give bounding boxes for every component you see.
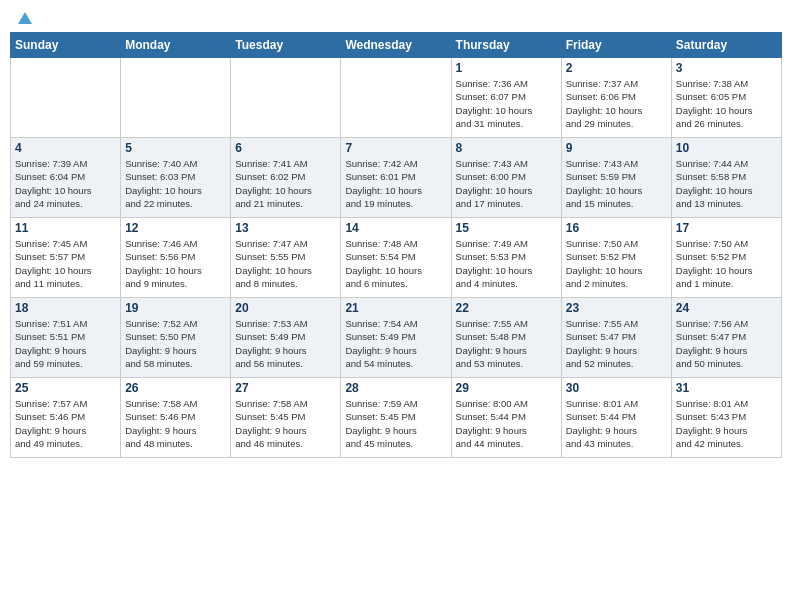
cell-info: Sunrise: 7:51 AM Sunset: 5:51 PM Dayligh… (15, 317, 116, 370)
cell-info: Sunrise: 8:01 AM Sunset: 5:43 PM Dayligh… (676, 397, 777, 450)
calendar-cell (11, 58, 121, 138)
day-number: 25 (15, 381, 116, 395)
cell-info: Sunrise: 7:43 AM Sunset: 6:00 PM Dayligh… (456, 157, 557, 210)
cell-info: Sunrise: 7:59 AM Sunset: 5:45 PM Dayligh… (345, 397, 446, 450)
day-header-friday: Friday (561, 33, 671, 58)
cell-info: Sunrise: 7:49 AM Sunset: 5:53 PM Dayligh… (456, 237, 557, 290)
calendar-cell (341, 58, 451, 138)
day-number: 17 (676, 221, 777, 235)
day-number: 24 (676, 301, 777, 315)
day-number: 26 (125, 381, 226, 395)
calendar-cell (231, 58, 341, 138)
calendar-cell: 11Sunrise: 7:45 AM Sunset: 5:57 PM Dayli… (11, 218, 121, 298)
header-row: SundayMondayTuesdayWednesdayThursdayFrid… (11, 33, 782, 58)
cell-info: Sunrise: 8:01 AM Sunset: 5:44 PM Dayligh… (566, 397, 667, 450)
calendar-cell: 29Sunrise: 8:00 AM Sunset: 5:44 PM Dayli… (451, 378, 561, 458)
day-number: 12 (125, 221, 226, 235)
day-header-monday: Monday (121, 33, 231, 58)
day-number: 8 (456, 141, 557, 155)
week-row-2: 4Sunrise: 7:39 AM Sunset: 6:04 PM Daylig… (11, 138, 782, 218)
cell-info: Sunrise: 7:53 AM Sunset: 5:49 PM Dayligh… (235, 317, 336, 370)
calendar-cell: 7Sunrise: 7:42 AM Sunset: 6:01 PM Daylig… (341, 138, 451, 218)
week-row-1: 1Sunrise: 7:36 AM Sunset: 6:07 PM Daylig… (11, 58, 782, 138)
day-number: 13 (235, 221, 336, 235)
cell-info: Sunrise: 7:43 AM Sunset: 5:59 PM Dayligh… (566, 157, 667, 210)
calendar-cell: 20Sunrise: 7:53 AM Sunset: 5:49 PM Dayli… (231, 298, 341, 378)
calendar-cell: 14Sunrise: 7:48 AM Sunset: 5:54 PM Dayli… (341, 218, 451, 298)
day-number: 3 (676, 61, 777, 75)
cell-info: Sunrise: 7:56 AM Sunset: 5:47 PM Dayligh… (676, 317, 777, 370)
day-number: 2 (566, 61, 667, 75)
calendar-cell: 24Sunrise: 7:56 AM Sunset: 5:47 PM Dayli… (671, 298, 781, 378)
day-number: 7 (345, 141, 446, 155)
calendar-cell: 27Sunrise: 7:58 AM Sunset: 5:45 PM Dayli… (231, 378, 341, 458)
day-number: 29 (456, 381, 557, 395)
logo (14, 10, 34, 24)
cell-info: Sunrise: 7:50 AM Sunset: 5:52 PM Dayligh… (566, 237, 667, 290)
svg-marker-0 (18, 12, 32, 24)
day-header-tuesday: Tuesday (231, 33, 341, 58)
cell-info: Sunrise: 7:37 AM Sunset: 6:06 PM Dayligh… (566, 77, 667, 130)
calendar-cell: 6Sunrise: 7:41 AM Sunset: 6:02 PM Daylig… (231, 138, 341, 218)
day-number: 21 (345, 301, 446, 315)
day-number: 28 (345, 381, 446, 395)
calendar-cell: 15Sunrise: 7:49 AM Sunset: 5:53 PM Dayli… (451, 218, 561, 298)
day-number: 30 (566, 381, 667, 395)
calendar-cell: 1Sunrise: 7:36 AM Sunset: 6:07 PM Daylig… (451, 58, 561, 138)
day-number: 6 (235, 141, 336, 155)
calendar-cell: 22Sunrise: 7:55 AM Sunset: 5:48 PM Dayli… (451, 298, 561, 378)
day-number: 23 (566, 301, 667, 315)
calendar-cell: 19Sunrise: 7:52 AM Sunset: 5:50 PM Dayli… (121, 298, 231, 378)
day-header-thursday: Thursday (451, 33, 561, 58)
cell-info: Sunrise: 7:46 AM Sunset: 5:56 PM Dayligh… (125, 237, 226, 290)
calendar-cell: 13Sunrise: 7:47 AM Sunset: 5:55 PM Dayli… (231, 218, 341, 298)
calendar-cell: 5Sunrise: 7:40 AM Sunset: 6:03 PM Daylig… (121, 138, 231, 218)
calendar-cell: 21Sunrise: 7:54 AM Sunset: 5:49 PM Dayli… (341, 298, 451, 378)
cell-info: Sunrise: 7:54 AM Sunset: 5:49 PM Dayligh… (345, 317, 446, 370)
cell-info: Sunrise: 7:47 AM Sunset: 5:55 PM Dayligh… (235, 237, 336, 290)
cell-info: Sunrise: 7:57 AM Sunset: 5:46 PM Dayligh… (15, 397, 116, 450)
day-header-saturday: Saturday (671, 33, 781, 58)
week-row-4: 18Sunrise: 7:51 AM Sunset: 5:51 PM Dayli… (11, 298, 782, 378)
calendar-cell: 2Sunrise: 7:37 AM Sunset: 6:06 PM Daylig… (561, 58, 671, 138)
day-number: 1 (456, 61, 557, 75)
calendar-cell: 17Sunrise: 7:50 AM Sunset: 5:52 PM Dayli… (671, 218, 781, 298)
day-number: 9 (566, 141, 667, 155)
day-number: 4 (15, 141, 116, 155)
logo-triangle-icon (16, 10, 34, 28)
cell-info: Sunrise: 7:55 AM Sunset: 5:47 PM Dayligh… (566, 317, 667, 370)
day-number: 16 (566, 221, 667, 235)
calendar-cell: 3Sunrise: 7:38 AM Sunset: 6:05 PM Daylig… (671, 58, 781, 138)
cell-info: Sunrise: 7:45 AM Sunset: 5:57 PM Dayligh… (15, 237, 116, 290)
day-header-wednesday: Wednesday (341, 33, 451, 58)
calendar-cell: 18Sunrise: 7:51 AM Sunset: 5:51 PM Dayli… (11, 298, 121, 378)
day-header-sunday: Sunday (11, 33, 121, 58)
cell-info: Sunrise: 7:39 AM Sunset: 6:04 PM Dayligh… (15, 157, 116, 210)
cell-info: Sunrise: 7:48 AM Sunset: 5:54 PM Dayligh… (345, 237, 446, 290)
cell-info: Sunrise: 7:40 AM Sunset: 6:03 PM Dayligh… (125, 157, 226, 210)
calendar-cell: 4Sunrise: 7:39 AM Sunset: 6:04 PM Daylig… (11, 138, 121, 218)
cell-info: Sunrise: 7:44 AM Sunset: 5:58 PM Dayligh… (676, 157, 777, 210)
cell-info: Sunrise: 7:36 AM Sunset: 6:07 PM Dayligh… (456, 77, 557, 130)
day-number: 14 (345, 221, 446, 235)
cell-info: Sunrise: 8:00 AM Sunset: 5:44 PM Dayligh… (456, 397, 557, 450)
day-number: 20 (235, 301, 336, 315)
calendar-cell: 8Sunrise: 7:43 AM Sunset: 6:00 PM Daylig… (451, 138, 561, 218)
day-number: 18 (15, 301, 116, 315)
calendar-cell: 12Sunrise: 7:46 AM Sunset: 5:56 PM Dayli… (121, 218, 231, 298)
day-number: 5 (125, 141, 226, 155)
day-number: 10 (676, 141, 777, 155)
cell-info: Sunrise: 7:42 AM Sunset: 6:01 PM Dayligh… (345, 157, 446, 210)
calendar-cell: 30Sunrise: 8:01 AM Sunset: 5:44 PM Dayli… (561, 378, 671, 458)
cell-info: Sunrise: 7:58 AM Sunset: 5:45 PM Dayligh… (235, 397, 336, 450)
calendar-cell: 31Sunrise: 8:01 AM Sunset: 5:43 PM Dayli… (671, 378, 781, 458)
cell-info: Sunrise: 7:52 AM Sunset: 5:50 PM Dayligh… (125, 317, 226, 370)
day-number: 11 (15, 221, 116, 235)
page-header (10, 10, 782, 24)
calendar-cell: 23Sunrise: 7:55 AM Sunset: 5:47 PM Dayli… (561, 298, 671, 378)
day-number: 19 (125, 301, 226, 315)
calendar-cell: 9Sunrise: 7:43 AM Sunset: 5:59 PM Daylig… (561, 138, 671, 218)
calendar-cell: 28Sunrise: 7:59 AM Sunset: 5:45 PM Dayli… (341, 378, 451, 458)
calendar-cell: 10Sunrise: 7:44 AM Sunset: 5:58 PM Dayli… (671, 138, 781, 218)
day-number: 31 (676, 381, 777, 395)
